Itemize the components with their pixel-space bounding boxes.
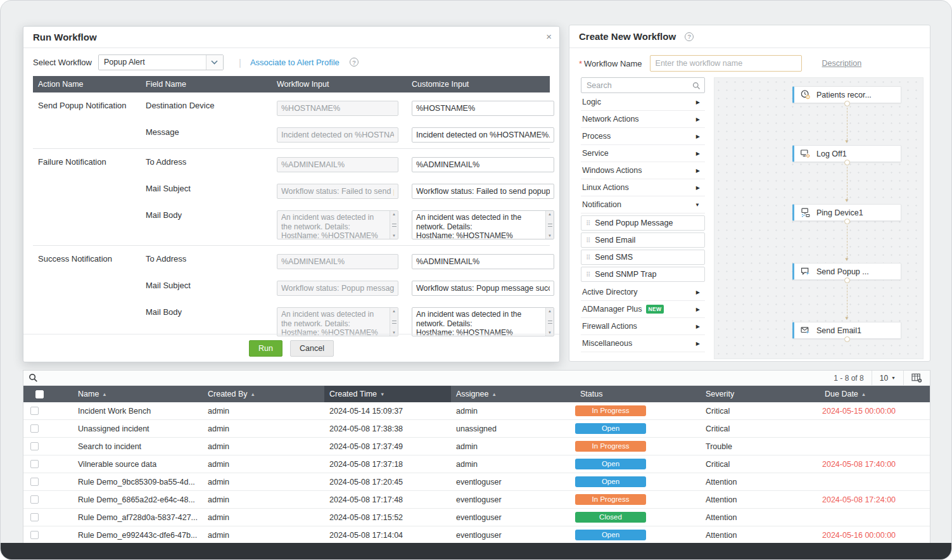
incident-row[interactable]: Rule Demo_af728d0a-5837-427...admin2024-… — [23, 509, 930, 526]
drag-handle-icon[interactable]: ⠿ — [586, 237, 590, 244]
workflow-category-linux-actions[interactable]: Linux Actions▶ — [581, 179, 705, 196]
page-size-dropdown[interactable]: 10 ▼ — [872, 371, 904, 385]
mail-body-textarea[interactable] — [412, 307, 554, 336]
incident-row[interactable]: Incident Work Benchadmin2024-05-14 15:09… — [23, 402, 930, 420]
row-checkbox[interactable] — [30, 442, 39, 450]
chevron-down-icon: ▼ — [695, 202, 700, 208]
workflow-category-process[interactable]: Process▶ — [581, 128, 705, 145]
row-checkbox[interactable] — [30, 460, 39, 468]
associate-alert-profile-link[interactable]: Associate to Alert Profile — [250, 58, 340, 67]
textarea-scrollbar[interactable]: ▲▼ — [545, 308, 554, 336]
textarea-scrollbar[interactable]: ▲▼ — [390, 211, 398, 239]
cell-created-time: 2024-05-08 17:15:52 — [324, 513, 451, 522]
node-connector-port[interactable] — [844, 277, 850, 283]
cell-name: Incident Work Bench — [73, 407, 203, 416]
column-header-due-date[interactable]: Due Date▲ — [820, 386, 930, 402]
close-icon[interactable]: × — [546, 31, 552, 42]
customize-input-field[interactable] — [412, 157, 554, 172]
row-checkbox[interactable] — [30, 495, 39, 504]
column-header-created-time[interactable]: Created Time▼ — [324, 386, 451, 402]
workflow-action-item-send-email[interactable]: ⠿Send Email — [581, 232, 705, 248]
status-badge: Open — [575, 459, 646, 469]
workflow-canvas[interactable]: Patients recor...▼Log Off1▼Ping Device1▼… — [714, 77, 923, 359]
incident-row[interactable]: Unassigned incidentadmin2024-05-08 17:38… — [23, 420, 930, 438]
customize-input-field[interactable] — [412, 184, 554, 199]
chevron-down-icon[interactable] — [206, 55, 223, 70]
workflow-input-field — [277, 101, 398, 116]
drag-handle-icon[interactable]: ⠿ — [586, 220, 590, 227]
incident-row[interactable]: Rule Demo_9bc85309-ba55-4d...admin2024-0… — [23, 473, 930, 491]
cell-name: Rule Demo_9bc85309-ba55-4d... — [73, 478, 203, 487]
scroll-thumb[interactable] — [392, 321, 397, 324]
scroll-thumb[interactable] — [392, 224, 397, 227]
select-all-checkbox[interactable] — [35, 390, 44, 398]
incident-row[interactable]: Rule Demo_6865a2d2-e64c-48...admin2024-0… — [23, 491, 930, 509]
textarea-scrollbar[interactable]: ▲▼ — [545, 211, 554, 239]
drag-handle-icon[interactable]: ⠿ — [586, 254, 590, 261]
send-email-icon — [800, 325, 811, 336]
status-badge: In Progress — [575, 494, 646, 505]
node-connector-port[interactable] — [844, 160, 850, 165]
column-header-name[interactable]: Name▲ — [73, 386, 203, 402]
workflow-category-logic[interactable]: Logic▶ — [581, 94, 705, 111]
row-checkbox[interactable] — [30, 531, 39, 539]
workflow-select[interactable]: Popup Alert — [98, 54, 224, 70]
column-header-assignee[interactable]: Assignee▲ — [451, 386, 575, 402]
textarea-scrollbar[interactable]: ▲▼ — [390, 308, 398, 336]
workflow-action-item-send-popup-message[interactable]: ⠿Send Popup Message — [581, 215, 705, 231]
column-header-created-by[interactable]: Created By▲ — [203, 386, 324, 402]
scroll-up-icon[interactable]: ▲ — [392, 212, 396, 216]
customize-input-cell: ▲▼ — [407, 208, 554, 239]
status-badge: Open — [575, 530, 646, 540]
field-name-cell: To Address — [141, 155, 272, 167]
column-header-severity[interactable]: Severity — [701, 386, 820, 402]
cancel-button[interactable]: Cancel — [290, 340, 334, 357]
workflow-action-item-send-snmp-trap[interactable]: ⠿Send SNMP Trap — [581, 267, 705, 282]
incident-row[interactable]: Search to incidentadmin2024-05-08 17:37:… — [23, 438, 930, 455]
node-connector-port[interactable] — [844, 219, 850, 224]
search-input[interactable] — [581, 78, 704, 92]
search-icon[interactable] — [29, 373, 38, 383]
row-checkbox[interactable] — [30, 513, 39, 521]
row-checkbox[interactable] — [30, 478, 39, 486]
customize-input-field[interactable] — [412, 281, 554, 296]
node-label: Ping Device1 — [816, 208, 863, 217]
workflow-action-item-send-sms[interactable]: ⠿Send SMS — [581, 250, 705, 265]
help-icon[interactable]: ? — [350, 58, 359, 67]
workflow-category-network-actions[interactable]: Network Actions▶ — [581, 111, 705, 128]
workflow-category-service[interactable]: Service▶ — [581, 145, 705, 162]
customize-input-field[interactable] — [412, 127, 554, 143]
column-chooser-icon[interactable] — [904, 373, 925, 383]
cell-created-time: 2024-05-08 17:14:04 — [324, 531, 451, 540]
node-connector-port[interactable] — [844, 101, 850, 106]
run-button[interactable]: Run — [249, 340, 282, 357]
workflow-category-miscellaneous[interactable]: Miscellaneous▶ — [581, 335, 705, 352]
workflow-category-notification[interactable]: Notification▼ — [581, 196, 705, 213]
incident-row[interactable]: Rule Demo_e992443c-dfe6-47b...admin2024-… — [23, 526, 930, 544]
workflow-category-windows-actions[interactable]: Windows Actions▶ — [581, 162, 705, 179]
workflow-category-firewall-actions[interactable]: Firewall Actions▶ — [581, 318, 705, 335]
panel-header: Create New Workflow ? — [569, 25, 930, 48]
scroll-up-icon[interactable]: ▲ — [392, 309, 396, 313]
description-link[interactable]: Description — [822, 59, 862, 68]
workflow-name-input[interactable] — [650, 55, 802, 72]
help-icon[interactable]: ? — [685, 32, 694, 41]
scroll-thumb[interactable] — [548, 321, 552, 324]
row-checkbox[interactable] — [30, 407, 39, 415]
chevron-right-icon: ▶ — [696, 185, 700, 191]
workflow-category-admanager-plus[interactable]: ADManager PlusNEW▶ — [581, 301, 705, 318]
customize-input-field[interactable] — [412, 101, 554, 116]
scroll-up-icon[interactable]: ▲ — [548, 212, 552, 216]
row-checkbox[interactable] — [30, 424, 39, 433]
scroll-up-icon[interactable]: ▲ — [548, 309, 552, 313]
scroll-down-icon[interactable]: ▼ — [392, 234, 396, 238]
mail-body-textarea[interactable] — [412, 210, 554, 239]
scroll-thumb[interactable] — [548, 224, 552, 227]
scroll-down-icon[interactable]: ▼ — [548, 234, 552, 238]
node-connector-port[interactable] — [844, 336, 850, 342]
customize-input-field[interactable] — [412, 254, 554, 269]
incident-row[interactable]: Vilnerable source dataadmin2024-05-08 17… — [23, 455, 930, 473]
column-header-status[interactable]: Status — [575, 386, 701, 402]
drag-handle-icon[interactable]: ⠿ — [586, 271, 590, 278]
workflow-category-active-directory[interactable]: Active Directory▶ — [581, 284, 705, 301]
